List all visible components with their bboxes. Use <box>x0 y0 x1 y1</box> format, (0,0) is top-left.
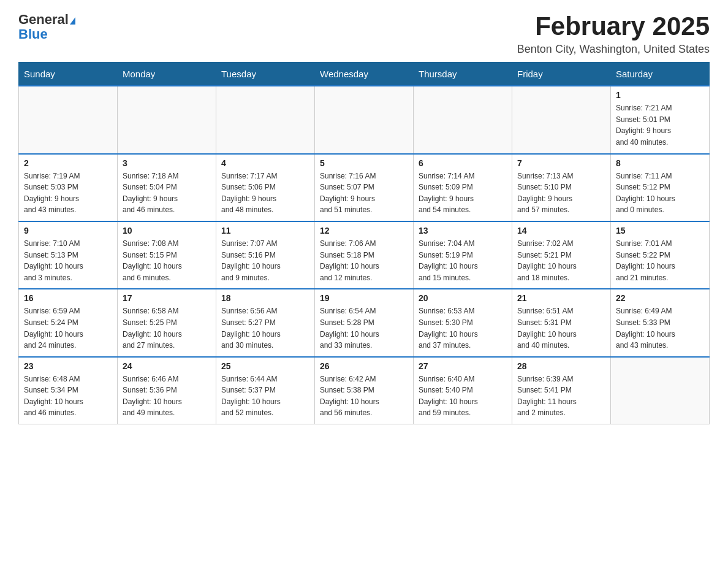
calendar-cell: 6Sunrise: 7:14 AM Sunset: 5:09 PM Daylig… <box>414 154 512 221</box>
calendar-cell: 4Sunrise: 7:17 AM Sunset: 5:06 PM Daylig… <box>216 154 315 221</box>
calendar-cell: 14Sunrise: 7:02 AM Sunset: 5:21 PM Dayli… <box>512 221 611 289</box>
day-number: 21 <box>517 293 605 303</box>
day-info: Sunrise: 7:04 AM Sunset: 5:19 PM Dayligh… <box>419 238 507 283</box>
calendar-cell: 8Sunrise: 7:11 AM Sunset: 5:12 PM Daylig… <box>611 154 710 221</box>
week-row-4: 16Sunrise: 6:59 AM Sunset: 5:24 PM Dayli… <box>19 289 710 356</box>
day-header-sunday: Sunday <box>19 63 118 86</box>
calendar-cell: 12Sunrise: 7:06 AM Sunset: 5:18 PM Dayli… <box>315 221 414 289</box>
day-number: 22 <box>616 293 704 303</box>
day-number: 4 <box>221 158 309 168</box>
calendar: SundayMondayTuesdayWednesdayThursdayFrid… <box>18 62 710 424</box>
day-number: 13 <box>419 226 507 236</box>
page-header: General Blue February 2025 Benton City, … <box>18 12 710 56</box>
calendar-cell <box>118 86 216 153</box>
location: Benton City, Washington, United States <box>517 43 710 56</box>
day-info: Sunrise: 7:11 AM Sunset: 5:12 PM Dayligh… <box>616 170 704 216</box>
day-header-monday: Monday <box>118 63 216 86</box>
day-info: Sunrise: 6:48 AM Sunset: 5:34 PM Dayligh… <box>24 373 112 419</box>
day-number: 23 <box>24 361 112 371</box>
day-number: 9 <box>24 226 112 236</box>
day-header-saturday: Saturday <box>611 63 710 86</box>
day-info: Sunrise: 7:17 AM Sunset: 5:06 PM Dayligh… <box>221 170 309 216</box>
day-number: 1 <box>616 90 704 100</box>
day-info: Sunrise: 7:16 AM Sunset: 5:07 PM Dayligh… <box>320 170 408 216</box>
day-info: Sunrise: 7:21 AM Sunset: 5:01 PM Dayligh… <box>616 102 704 148</box>
week-row-1: 1Sunrise: 7:21 AM Sunset: 5:01 PM Daylig… <box>19 86 710 153</box>
calendar-cell: 20Sunrise: 6:53 AM Sunset: 5:30 PM Dayli… <box>414 289 512 356</box>
calendar-cell <box>19 86 118 153</box>
calendar-cell: 16Sunrise: 6:59 AM Sunset: 5:24 PM Dayli… <box>19 289 118 356</box>
day-info: Sunrise: 6:44 AM Sunset: 5:37 PM Dayligh… <box>221 373 309 419</box>
day-header-friday: Friday <box>512 63 611 86</box>
month-title: February 2025 <box>517 12 710 40</box>
calendar-cell <box>216 86 315 153</box>
calendar-cell <box>512 86 611 153</box>
calendar-cell: 18Sunrise: 6:56 AM Sunset: 5:27 PM Dayli… <box>216 289 315 356</box>
calendar-header-row: SundayMondayTuesdayWednesdayThursdayFrid… <box>19 63 710 86</box>
day-info: Sunrise: 7:08 AM Sunset: 5:15 PM Dayligh… <box>123 238 211 283</box>
day-info: Sunrise: 6:49 AM Sunset: 5:33 PM Dayligh… <box>616 305 704 351</box>
day-info: Sunrise: 7:07 AM Sunset: 5:16 PM Dayligh… <box>221 238 309 283</box>
calendar-cell: 17Sunrise: 6:58 AM Sunset: 5:25 PM Dayli… <box>118 289 216 356</box>
day-info: Sunrise: 6:56 AM Sunset: 5:27 PM Dayligh… <box>221 305 309 351</box>
day-number: 16 <box>24 293 112 303</box>
day-header-wednesday: Wednesday <box>315 63 414 86</box>
day-info: Sunrise: 7:14 AM Sunset: 5:09 PM Dayligh… <box>419 170 507 216</box>
day-number: 10 <box>123 226 211 236</box>
day-info: Sunrise: 6:54 AM Sunset: 5:28 PM Dayligh… <box>320 305 408 351</box>
day-number: 12 <box>320 226 408 236</box>
day-header-tuesday: Tuesday <box>216 63 315 86</box>
day-number: 27 <box>419 361 507 371</box>
day-info: Sunrise: 7:18 AM Sunset: 5:04 PM Dayligh… <box>123 170 211 216</box>
calendar-cell <box>414 86 512 153</box>
day-number: 15 <box>616 226 704 236</box>
logo-general: General <box>18 12 69 27</box>
week-row-5: 23Sunrise: 6:48 AM Sunset: 5:34 PM Dayli… <box>19 357 710 424</box>
calendar-cell: 22Sunrise: 6:49 AM Sunset: 5:33 PM Dayli… <box>611 289 710 356</box>
day-number: 3 <box>123 158 211 168</box>
calendar-cell: 28Sunrise: 6:39 AM Sunset: 5:41 PM Dayli… <box>512 357 611 424</box>
day-number: 20 <box>419 293 507 303</box>
logo-blue: Blue <box>18 26 48 42</box>
day-info: Sunrise: 7:10 AM Sunset: 5:13 PM Dayligh… <box>24 238 112 283</box>
day-header-thursday: Thursday <box>414 63 512 86</box>
day-info: Sunrise: 6:53 AM Sunset: 5:30 PM Dayligh… <box>419 305 507 351</box>
day-number: 14 <box>517 226 605 236</box>
day-info: Sunrise: 6:39 AM Sunset: 5:41 PM Dayligh… <box>517 373 605 419</box>
calendar-cell: 5Sunrise: 7:16 AM Sunset: 5:07 PM Daylig… <box>315 154 414 221</box>
day-info: Sunrise: 6:51 AM Sunset: 5:31 PM Dayligh… <box>517 305 605 351</box>
calendar-cell: 10Sunrise: 7:08 AM Sunset: 5:15 PM Dayli… <box>118 221 216 289</box>
calendar-cell: 25Sunrise: 6:44 AM Sunset: 5:37 PM Dayli… <box>216 357 315 424</box>
calendar-cell: 23Sunrise: 6:48 AM Sunset: 5:34 PM Dayli… <box>19 357 118 424</box>
calendar-cell: 26Sunrise: 6:42 AM Sunset: 5:38 PM Dayli… <box>315 357 414 424</box>
calendar-cell: 27Sunrise: 6:40 AM Sunset: 5:40 PM Dayli… <box>414 357 512 424</box>
day-number: 6 <box>419 158 507 168</box>
day-info: Sunrise: 7:06 AM Sunset: 5:18 PM Dayligh… <box>320 238 408 283</box>
week-row-3: 9Sunrise: 7:10 AM Sunset: 5:13 PM Daylig… <box>19 221 710 289</box>
day-number: 18 <box>221 293 309 303</box>
calendar-cell: 2Sunrise: 7:19 AM Sunset: 5:03 PM Daylig… <box>19 154 118 221</box>
week-row-2: 2Sunrise: 7:19 AM Sunset: 5:03 PM Daylig… <box>19 154 710 221</box>
day-info: Sunrise: 7:19 AM Sunset: 5:03 PM Dayligh… <box>24 170 112 216</box>
day-info: Sunrise: 7:02 AM Sunset: 5:21 PM Dayligh… <box>517 238 605 283</box>
day-number: 8 <box>616 158 704 168</box>
day-number: 7 <box>517 158 605 168</box>
day-info: Sunrise: 7:13 AM Sunset: 5:10 PM Dayligh… <box>517 170 605 216</box>
day-info: Sunrise: 6:42 AM Sunset: 5:38 PM Dayligh… <box>320 373 408 419</box>
day-number: 5 <box>320 158 408 168</box>
calendar-cell: 21Sunrise: 6:51 AM Sunset: 5:31 PM Dayli… <box>512 289 611 356</box>
calendar-cell: 11Sunrise: 7:07 AM Sunset: 5:16 PM Dayli… <box>216 221 315 289</box>
logo: General Blue <box>18 12 75 42</box>
calendar-cell: 3Sunrise: 7:18 AM Sunset: 5:04 PM Daylig… <box>118 154 216 221</box>
day-info: Sunrise: 6:46 AM Sunset: 5:36 PM Dayligh… <box>123 373 211 419</box>
day-info: Sunrise: 6:59 AM Sunset: 5:24 PM Dayligh… <box>24 305 112 351</box>
day-number: 2 <box>24 158 112 168</box>
calendar-cell: 13Sunrise: 7:04 AM Sunset: 5:19 PM Dayli… <box>414 221 512 289</box>
calendar-cell <box>315 86 414 153</box>
day-info: Sunrise: 7:01 AM Sunset: 5:22 PM Dayligh… <box>616 238 704 283</box>
calendar-cell <box>611 357 710 424</box>
calendar-cell: 7Sunrise: 7:13 AM Sunset: 5:10 PM Daylig… <box>512 154 611 221</box>
calendar-cell: 9Sunrise: 7:10 AM Sunset: 5:13 PM Daylig… <box>19 221 118 289</box>
title-area: February 2025 Benton City, Washington, U… <box>517 12 710 56</box>
day-number: 24 <box>123 361 211 371</box>
